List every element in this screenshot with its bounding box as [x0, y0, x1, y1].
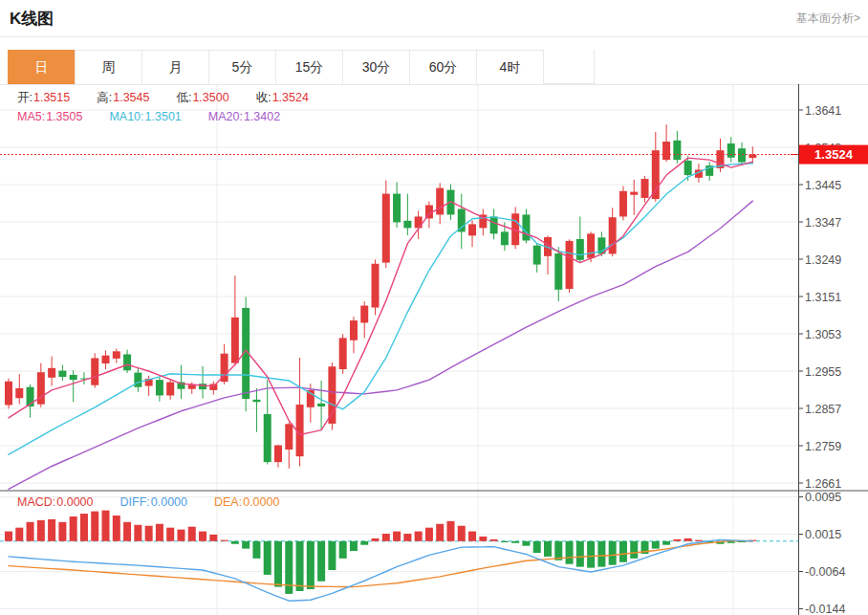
svg-text:1.3347: 1.3347 [805, 216, 841, 230]
tab-2[interactable]: 月 [141, 50, 209, 85]
legend-item: MA5:1.3505 [17, 110, 96, 123]
svg-text:0.0015: 0.0015 [805, 528, 841, 541]
fundamental-analysis-link[interactable]: 基本面分析> [796, 11, 860, 27]
ma-legend: MA5:1.3505MA10:1.3501MA20:1.3402 [17, 110, 307, 123]
tab-5[interactable]: 30分 [342, 50, 410, 85]
legend-item: 高:1.3545 [97, 91, 163, 104]
legend-item: DEA:0.0000 [214, 495, 293, 509]
kline-chart-canvas[interactable]: 1.36411.35431.34451.33471.32491.31511.30… [0, 84, 868, 615]
svg-text:1.2759: 1.2759 [805, 440, 841, 453]
tab-7[interactable]: 4时 [476, 50, 544, 85]
legend-item: DIFF:0.0000 [120, 495, 201, 509]
tab-bar-spacer [544, 50, 595, 84]
svg-text:1.3053: 1.3053 [805, 328, 841, 341]
price-tag: 1.3524 [791, 145, 868, 165]
interval-tab-bar: 日周月5分15分30分60分4时 [8, 50, 595, 85]
page-title: K线图 [10, 8, 54, 30]
svg-text:1.2661: 1.2661 [805, 477, 841, 491]
ohlc-legend: 开:1.3515高:1.3545低:1.3500收:1.3524 [17, 90, 336, 106]
tab-1[interactable]: 周 [75, 50, 142, 85]
tab-6[interactable]: 60分 [409, 50, 477, 85]
svg-text:1.3445: 1.3445 [805, 179, 841, 192]
tab-0[interactable]: 日 [8, 50, 76, 85]
svg-text:-0.0144: -0.0144 [805, 603, 845, 615]
header: K线图 基本面分析> [0, 0, 868, 37]
tab-4[interactable]: 15分 [275, 50, 343, 85]
svg-text:1.3641: 1.3641 [805, 104, 841, 118]
svg-text:1.3249: 1.3249 [805, 253, 841, 267]
legend-item: MA20:1.3402 [208, 110, 293, 123]
legend-item: MA10:1.3501 [109, 110, 194, 123]
macd-pane [0, 511, 798, 602]
svg-text:1.2857: 1.2857 [805, 403, 841, 416]
svg-text:1.3151: 1.3151 [805, 291, 841, 304]
legend-item: 低:1.3500 [176, 91, 242, 104]
legend-item: MACD:0.0000 [17, 495, 107, 509]
tab-3[interactable]: 5分 [208, 50, 276, 85]
svg-text:-0.0064: -0.0064 [805, 565, 845, 579]
ma-lines [9, 158, 752, 489]
legend-item: 收:1.3524 [256, 91, 322, 104]
kline-page: K线图 基本面分析> 日周月5分15分30分60分4时 1.36411.3543… [0, 0, 868, 615]
price-tag-value: 1.3524 [814, 147, 854, 162]
svg-text:1.2955: 1.2955 [805, 365, 841, 379]
legend-item: 开:1.3515 [17, 91, 83, 104]
macd-legend: MACD:0.0000DIFF:0.0000DEA:0.0000 [17, 495, 306, 509]
svg-text:0.0095: 0.0095 [805, 491, 841, 504]
